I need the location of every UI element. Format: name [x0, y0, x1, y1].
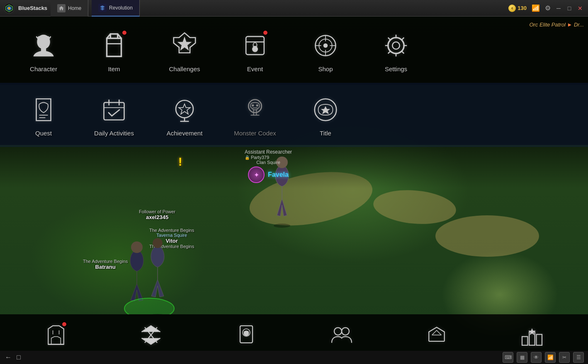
- title-label: Title: [320, 130, 331, 137]
- lock-icon: 🔒: [245, 155, 250, 160]
- svg-point-36: [153, 238, 163, 248]
- home-tab-icon: [57, 4, 66, 12]
- ranking-icon: [518, 321, 547, 350]
- scissors-icon[interactable]: ✂: [559, 352, 570, 363]
- title-icon: [309, 93, 342, 126]
- npc-name: Favela: [268, 171, 289, 178]
- menu-character[interactable]: Character: [8, 29, 79, 72]
- svg-point-22: [176, 100, 193, 118]
- event-label: Event: [247, 65, 263, 72]
- svg-point-37: [274, 224, 290, 228]
- title-bar: BlueStacks Home Revolution ¢ 130 📶 ⚙ ─ □…: [0, 0, 588, 17]
- event-icon: [238, 29, 272, 62]
- svg-point-15: [388, 38, 404, 54]
- top-menu-row2: Quest Daily Activities Achievement Monst…: [0, 83, 588, 147]
- npc-emblem: ✦: [248, 166, 265, 183]
- revolution-tab-label: Revolution: [109, 5, 133, 11]
- daily-activities-icon: [97, 93, 131, 126]
- title-bar-left: BlueStacks Home Revolution: [0, 0, 140, 17]
- settings-icon-titlebar[interactable]: ⚙: [545, 4, 551, 12]
- achievement-icon: [168, 93, 201, 126]
- menu-quest[interactable]: Quest: [8, 93, 79, 137]
- svg-marker-23: [179, 104, 190, 114]
- item-label: Item: [108, 65, 120, 72]
- tab-home[interactable]: Home: [51, 0, 88, 17]
- challenges-icon: [168, 29, 201, 62]
- home-tab-label: Home: [68, 5, 81, 11]
- shop-icon: [309, 29, 342, 62]
- character-icon: [27, 29, 60, 62]
- orc-patrol-text: Orc Elite Patrol ► Dr...: [529, 22, 584, 28]
- achievement-label: Achievement: [167, 130, 203, 137]
- settings-label: Settings: [385, 65, 407, 72]
- character-sprites: [108, 209, 191, 314]
- minimize-button[interactable]: ─: [556, 5, 561, 11]
- challenges-label: Challenges: [169, 65, 200, 72]
- menu-event[interactable]: Event: [220, 29, 290, 72]
- wifi-icon: 📶: [532, 4, 540, 12]
- settings-icon: [379, 29, 413, 62]
- quest-icon: [27, 93, 60, 126]
- top-menu-row1: Character Item Challenges: [0, 17, 588, 85]
- svg-rect-18: [104, 103, 124, 120]
- svg-rect-49: [522, 337, 528, 345]
- eye-icon[interactable]: 👁: [531, 352, 542, 363]
- character-label: Character: [30, 65, 57, 72]
- restore-button[interactable]: □: [566, 5, 572, 11]
- monster-codex-icon: [238, 93, 272, 126]
- npc-party: 🔒 Party379: [245, 155, 292, 160]
- svg-point-4: [38, 36, 41, 39]
- svg-point-13: [323, 43, 328, 48]
- back-button[interactable]: ←: [5, 354, 12, 361]
- bluestacks-logo: [3, 2, 15, 14]
- npc-clan: Clan Squire: [245, 160, 292, 165]
- menu-challenges[interactable]: Challenges: [149, 29, 220, 72]
- menu-settings[interactable]: Settings: [361, 29, 431, 72]
- menu-title[interactable]: Title: [290, 93, 361, 137]
- svg-point-14: [392, 42, 400, 49]
- app-name: BlueStacks: [18, 5, 47, 11]
- npc-info: Assistant Researcher 🔒 Party379 Clan Squ…: [245, 149, 292, 183]
- svg-point-47: [342, 328, 349, 335]
- item-icon: [97, 29, 131, 62]
- battlefield-icon: [136, 321, 165, 350]
- revolution-tab-icon: [98, 4, 107, 12]
- svg-point-28: [256, 104, 258, 106]
- dungeon-icon: [41, 321, 70, 350]
- nav-icons: ← □: [0, 351, 21, 364]
- svg-rect-51: [537, 335, 542, 345]
- coin-icon: ¢: [508, 5, 516, 12]
- display-icon[interactable]: ▦: [517, 352, 527, 363]
- tab-revolution[interactable]: Revolution: [92, 0, 140, 17]
- npc-title: Assistant Researcher: [245, 149, 292, 155]
- system-bar: ← □ ⌨ ▦ 👁 📶 ✂ ☰: [0, 351, 588, 364]
- menu-monster-codex[interactable]: Monster Codex: [220, 93, 290, 137]
- svg-rect-50: [529, 332, 535, 345]
- menu-item[interactable]: Item: [79, 29, 149, 72]
- menu-shop[interactable]: Shop: [290, 29, 361, 72]
- friend-icon: [327, 321, 356, 350]
- menu-icon[interactable]: ☰: [573, 352, 584, 363]
- menu-daily-activities[interactable]: Daily Activities: [79, 93, 149, 137]
- monster-codex-label: Monster Codex: [234, 130, 276, 137]
- keyboard-icon[interactable]: ⌨: [503, 352, 513, 363]
- daily-activities-label: Daily Activities: [94, 130, 134, 137]
- svg-point-46: [334, 328, 342, 335]
- svg-point-33: [131, 241, 143, 253]
- menu-achievement[interactable]: Achievement: [149, 93, 220, 137]
- quest-label: Quest: [35, 130, 52, 137]
- svg-point-27: [252, 104, 254, 106]
- title-bar-right: ¢ 130 📶 ⚙ ─ □ ✕: [508, 4, 588, 12]
- trading-post-icon: [422, 321, 451, 350]
- game-area: Orc Elite Patrol ► Dr... Character Item: [0, 17, 588, 364]
- clan-icon: [232, 321, 261, 350]
- svg-rect-10: [254, 48, 257, 51]
- coin-display: ¢ 130: [508, 5, 527, 12]
- coin-count: 130: [518, 5, 527, 11]
- svg-point-3: [8, 7, 10, 10]
- svg-marker-31: [321, 106, 330, 114]
- wifi-sys-icon[interactable]: 📶: [545, 352, 556, 363]
- close-button[interactable]: ✕: [577, 5, 583, 11]
- svg-point-5: [46, 36, 49, 39]
- home-nav-button[interactable]: □: [17, 354, 21, 361]
